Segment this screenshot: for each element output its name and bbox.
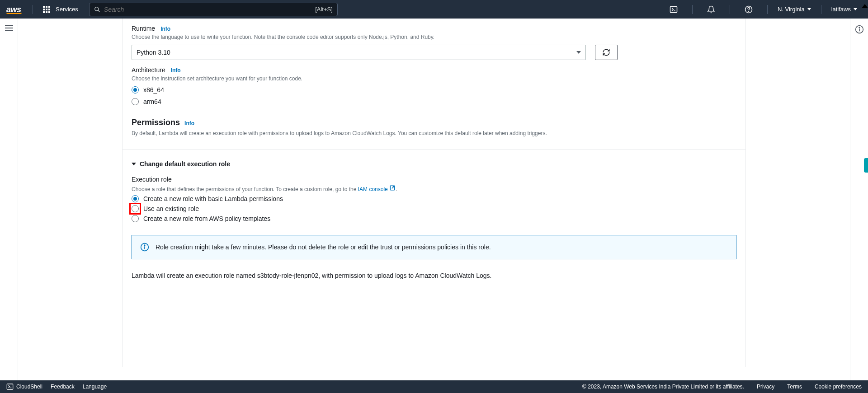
scroll-top-indicator xyxy=(862,4,868,8)
svg-point-9 xyxy=(144,245,145,246)
divider xyxy=(123,149,745,150)
services-menu[interactable]: Services xyxy=(43,6,78,13)
exec-role-desc-post: . xyxy=(396,186,397,192)
cookie-preferences-link[interactable]: Cookie preferences xyxy=(815,384,862,390)
radio-label: Create a new role with basic Lambda perm… xyxy=(143,195,283,202)
runtime-field: Runtime Info Choose the language to use … xyxy=(132,25,736,60)
radio-label: x86_64 xyxy=(143,86,164,94)
terminal-icon xyxy=(670,5,678,14)
copyright-text: © 2023, Amazon Web Services India Privat… xyxy=(582,384,744,390)
permissions-description: By default, Lambda will create an execut… xyxy=(132,130,736,136)
notifications-button[interactable] xyxy=(703,5,720,14)
caret-down-icon xyxy=(132,163,136,165)
info-icon xyxy=(140,243,149,252)
radio-icon xyxy=(132,205,139,212)
runtime-selected-value: Python 3.10 xyxy=(137,49,170,56)
region-selector[interactable]: N. Virginia xyxy=(778,6,811,13)
info-panel-toggle[interactable] xyxy=(855,25,864,36)
side-tab[interactable] xyxy=(864,158,868,173)
aws-logo[interactable]: aws xyxy=(6,5,22,14)
top-navbar: aws Services [Alt+S] N. Virginia latifaw… xyxy=(0,0,868,19)
svg-point-5 xyxy=(749,11,749,11)
svg-point-12 xyxy=(859,27,860,28)
privacy-link[interactable]: Privacy xyxy=(757,384,774,390)
permissions-info-link[interactable]: Info xyxy=(184,120,194,126)
info-alert: Role creation might take a few minutes. … xyxy=(132,235,736,259)
architecture-radio-x86[interactable]: x86_64 xyxy=(132,86,736,94)
runtime-info-link[interactable]: Info xyxy=(160,26,170,32)
architecture-info-link[interactable]: Info xyxy=(171,67,181,74)
chevron-down-icon xyxy=(576,51,581,54)
architecture-radio-arm64[interactable]: arm64 xyxy=(132,98,736,105)
svg-point-0 xyxy=(95,7,99,10)
radio-icon xyxy=(132,86,139,94)
region-label: N. Virginia xyxy=(778,6,805,13)
cloudshell-footer-button[interactable]: CloudShell xyxy=(6,383,42,390)
cloudshell-label: CloudShell xyxy=(16,384,42,390)
chevron-down-icon xyxy=(807,8,811,10)
iam-console-link[interactable]: IAM console xyxy=(358,186,396,192)
refresh-button[interactable] xyxy=(595,45,618,60)
account-label: latifaws xyxy=(831,6,851,13)
architecture-label: Architecture xyxy=(132,66,165,74)
radio-icon xyxy=(132,98,139,105)
exec-role-radio-new-basic[interactable]: Create a new role with basic Lambda perm… xyxy=(132,195,736,202)
terms-link[interactable]: Terms xyxy=(787,384,802,390)
hamburger-button[interactable] xyxy=(5,25,13,31)
exec-role-radio-existing[interactable]: Use an existing role xyxy=(132,205,736,212)
terminal-icon xyxy=(6,383,14,390)
radio-icon xyxy=(132,195,139,202)
search-icon xyxy=(94,6,100,13)
chevron-down-icon xyxy=(854,8,857,10)
left-rail xyxy=(0,19,18,380)
feedback-link[interactable]: Feedback xyxy=(51,384,75,390)
architecture-field: Architecture Info Choose the instruction… xyxy=(132,66,736,105)
alert-text: Role creation might take a few minutes. … xyxy=(156,243,491,251)
expander-title: Change default execution role xyxy=(140,160,230,168)
radio-icon xyxy=(132,215,139,222)
aws-logo-text: aws xyxy=(6,5,21,14)
architecture-description: Choose the instruction set architecture … xyxy=(132,75,736,82)
exec-role-desc-pre: Choose a role that defines the permissio… xyxy=(132,186,358,192)
radio-label: Use an existing role xyxy=(143,205,199,212)
help-icon xyxy=(745,5,753,14)
radio-label: arm64 xyxy=(143,98,161,105)
cloudshell-icon-button[interactable] xyxy=(665,5,682,14)
runtime-label: Runtime xyxy=(132,25,155,32)
runtime-select[interactable]: Python 3.10 xyxy=(132,45,586,60)
svg-line-1 xyxy=(98,10,100,12)
refresh-icon xyxy=(602,48,610,56)
execution-role-label: Execution role xyxy=(132,176,736,183)
language-link[interactable]: Language xyxy=(83,384,107,390)
radio-label: Create a new role from AWS policy templa… xyxy=(143,215,270,222)
external-link-icon xyxy=(389,185,396,192)
permissions-heading: Permissions Info xyxy=(132,118,736,127)
search-input[interactable] xyxy=(104,6,315,13)
footer-bar: CloudShell Feedback Language © 2023, Ama… xyxy=(0,380,868,393)
role-creation-note: Lambda will create an execution role nam… xyxy=(132,272,736,279)
change-default-execution-role-toggle[interactable]: Change default execution role xyxy=(132,160,736,168)
account-menu[interactable]: latifaws xyxy=(831,6,857,13)
help-button[interactable] xyxy=(740,5,757,14)
search-shortcut: [Alt+S] xyxy=(315,6,333,13)
bell-icon xyxy=(707,5,715,14)
grid-icon xyxy=(43,6,50,13)
permissions-title: Permissions xyxy=(132,118,180,127)
search-input-wrap[interactable]: [Alt+S] xyxy=(89,3,338,16)
services-label: Services xyxy=(56,6,78,13)
execution-role-description: Choose a role that defines the permissio… xyxy=(132,185,736,192)
main-content: Runtime Info Choose the language to use … xyxy=(18,19,850,380)
right-rail xyxy=(850,19,868,380)
exec-role-radio-template[interactable]: Create a new role from AWS policy templa… xyxy=(132,215,736,222)
runtime-description: Choose the language to use to write your… xyxy=(132,34,736,40)
info-icon xyxy=(855,25,864,34)
